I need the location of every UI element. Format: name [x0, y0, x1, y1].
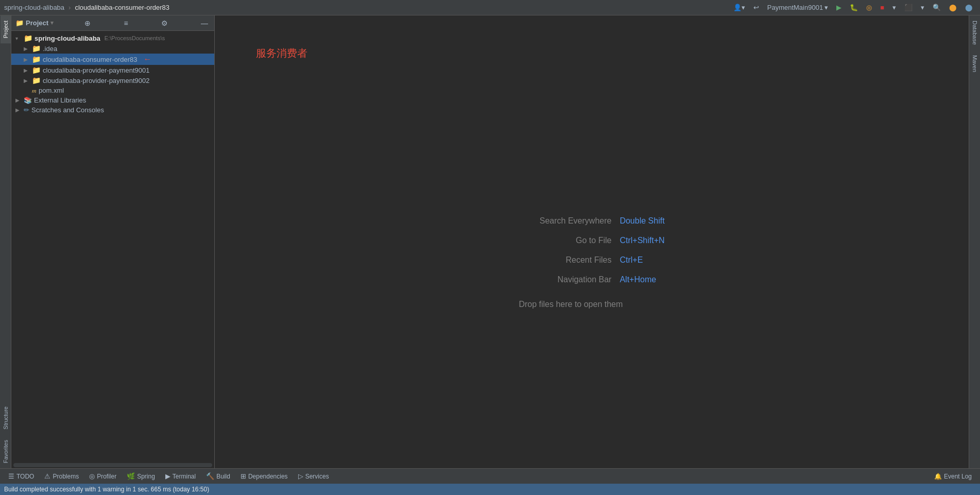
search-icon: 🔍 — [933, 4, 941, 11]
editor-content: 服务消费者 Search Everywhere Double Shift Go … — [215, 15, 969, 468]
collapse-all-button[interactable]: ≡ — [122, 18, 130, 28]
sidebar-item-project[interactable]: Project — [1, 15, 11, 43]
breadcrumb-module[interactable]: cloudalibaba-consumer-order83 — [75, 4, 169, 11]
chinese-text: 服务消费者 — [256, 46, 307, 60]
hint-label-search: Search Everywhere — [519, 216, 611, 226]
tab-terminal[interactable]: ▶ Terminal — [161, 471, 200, 481]
tree-item-order83[interactable]: ▶ 📁 cloudalibaba-consumer-order83 ← — [11, 54, 214, 65]
more-run-icon: ▾ — [892, 4, 896, 11]
bottom-bar: ☰ TODO ⚠ Problems ◎ Profiler 🌿 Spring ▶ … — [0, 468, 980, 484]
more-options-chevron-icon: ▾ — [921, 4, 924, 11]
help-icon: ⬤ — [949, 4, 957, 11]
back-icon: ↩ — [753, 4, 759, 11]
scrollbar[interactable] — [13, 463, 212, 467]
project-dropdown-icon[interactable]: ▾ — [50, 20, 54, 26]
tree-item-scratches[interactable]: ▶ ✏ Scratches and Consoles — [11, 105, 214, 115]
expand-icon-scratches: ▶ — [15, 107, 22, 113]
build-icon: 🔨 — [206, 472, 214, 480]
scratches-label: Scratches and Consoles — [31, 106, 104, 114]
terminal-label: Terminal — [173, 473, 196, 480]
event-log-label: Event Log — [944, 473, 972, 480]
run-button[interactable]: ▶ — [833, 3, 845, 12]
hint-shortcut-search: Double Shift — [620, 216, 664, 226]
left-tab-strip: Project Structure Favorites — [0, 15, 11, 468]
extlibs-label: External Libraries — [34, 96, 86, 104]
tree-item-extlibs[interactable]: ▶ 📚 External Libraries — [11, 95, 214, 105]
hint-row-search: Search Everywhere Double Shift — [519, 216, 664, 226]
tab-todo[interactable]: ☰ TODO — [4, 471, 38, 481]
event-log-icon: 🔔 — [934, 473, 942, 480]
sidebar-item-database[interactable]: Database — [970, 15, 980, 50]
stop-button[interactable]: ■ — [877, 3, 887, 12]
bottom-right-area: 🔔 Event Log — [930, 472, 976, 481]
hint-row-navbar: Navigation Bar Alt+Home — [519, 275, 664, 284]
root-folder-icon: 📁 — [24, 34, 32, 42]
tree-options-button[interactable]: ⚙ — [159, 18, 170, 28]
arrow-indicator: ← — [144, 55, 152, 64]
navigate-back-button[interactable]: ↩ — [750, 3, 762, 12]
tab-spring[interactable]: 🌿 Spring — [123, 471, 159, 481]
run-config-label: PaymentMain9001 — [767, 4, 823, 11]
breadcrumb-separator: › — [68, 4, 71, 11]
coverage-button[interactable]: ⬛ — [901, 3, 916, 12]
tab-build[interactable]: 🔨 Build — [202, 471, 234, 481]
hint-row-goto: Go to File Ctrl+Shift+N — [519, 236, 664, 245]
profiler-icon: ◎ — [89, 472, 95, 480]
tree-item-root[interactable]: ▾ 📁 spring-cloud-alibaba E:\ProcessDocum… — [11, 33, 214, 43]
help-button[interactable]: ⬤ — [946, 3, 960, 12]
project-tree: ▾ 📁 spring-cloud-alibaba E:\ProcessDocum… — [11, 31, 214, 462]
tree-item-payment9002[interactable]: ▶ 📁 cloudalibaba-provider-payment9002 — [11, 75, 214, 86]
account-button[interactable]: 👤▾ — [730, 3, 748, 12]
run-config-chevron-icon: ▾ — [824, 4, 828, 11]
debug-icon: 🐛 — [850, 4, 858, 11]
project-panel-title: 📁 Project ▾ — [15, 19, 54, 27]
payment9001-label: cloudalibaba-provider-payment9001 — [43, 66, 149, 74]
tree-item-payment9001[interactable]: ▶ 📁 cloudalibaba-provider-payment9001 — [11, 65, 214, 75]
main-area: Project Structure Favorites 📁 Project ▾ … — [0, 15, 980, 468]
tab-problems[interactable]: ⚠ Problems — [40, 471, 83, 481]
expand-icon-order83: ▶ — [24, 57, 30, 62]
run-icon: ▶ — [836, 4, 841, 11]
event-log-button[interactable]: 🔔 Event Log — [930, 472, 976, 481]
tree-item-pom[interactable]: ▶ 𝑚 pom.xml — [11, 86, 214, 95]
hint-shortcut-recent: Ctrl+E — [620, 255, 643, 265]
more-run-button[interactable]: ▾ — [889, 3, 899, 12]
sidebar-item-maven[interactable]: Maven — [970, 50, 980, 77]
profile-button[interactable]: ◎ — [863, 3, 875, 12]
pom-label: pom.xml — [39, 87, 64, 94]
tree-item-idea[interactable]: ▶ 📁 .idea — [11, 43, 214, 54]
locate-file-button[interactable]: ⊕ — [82, 18, 93, 28]
hint-shortcut-goto: Ctrl+Shift+N — [620, 236, 664, 245]
payment9002-folder-icon: 📁 — [32, 76, 41, 84]
sidebar-item-structure[interactable]: Structure — [1, 401, 11, 435]
tab-profiler[interactable]: ◎ Profiler — [85, 471, 121, 481]
stop-icon: ■ — [880, 4, 884, 11]
editor-area: 服务消费者 Search Everywhere Double Shift Go … — [215, 15, 969, 468]
problems-label: Problems — [53, 473, 79, 480]
order83-folder-icon: 📁 — [32, 55, 41, 63]
payment9001-folder-icon: 📁 — [32, 66, 41, 74]
more-options-button[interactable]: ▾ — [918, 3, 927, 12]
expand-icon-payment9002: ▶ — [24, 78, 30, 83]
sidebar-item-favorites[interactable]: Favorites — [1, 435, 11, 468]
search-everywhere-button[interactable]: 🔍 — [930, 3, 944, 12]
todo-icon: ☰ — [8, 472, 14, 480]
hide-panel-button[interactable]: — — [199, 18, 210, 28]
status-text: Build completed successfully with 1 warn… — [4, 486, 209, 493]
order83-label: cloudalibaba-consumer-order83 — [43, 56, 137, 63]
idea-folder-icon: 📁 — [32, 44, 41, 53]
expand-icon-root: ▾ — [15, 36, 22, 41]
debug-button[interactable]: 🐛 — [847, 3, 861, 12]
toolbar-right: 👤▾ ↩ PaymentMain9001 ▾ ▶ 🐛 ◎ ■ ▾ — [730, 3, 976, 12]
tab-services[interactable]: ▷ Services — [294, 471, 333, 481]
root-label: spring-cloud-alibaba — [35, 35, 100, 42]
settings-button[interactable]: ⬤ — [962, 3, 976, 12]
tab-dependencies[interactable]: ⊞ Dependencies — [236, 471, 292, 481]
breadcrumb-area: spring-cloud-alibaba › cloudalibaba-cons… — [4, 4, 730, 11]
breadcrumb-project[interactable]: spring-cloud-alibaba — [4, 4, 64, 11]
expand-icon-payment9001: ▶ — [24, 67, 30, 73]
expand-icon-idea: ▶ — [24, 46, 30, 52]
terminal-icon: ▶ — [165, 472, 170, 480]
todo-label: TODO — [16, 473, 34, 480]
run-config-dropdown[interactable]: PaymentMain9001 ▾ — [764, 3, 831, 12]
